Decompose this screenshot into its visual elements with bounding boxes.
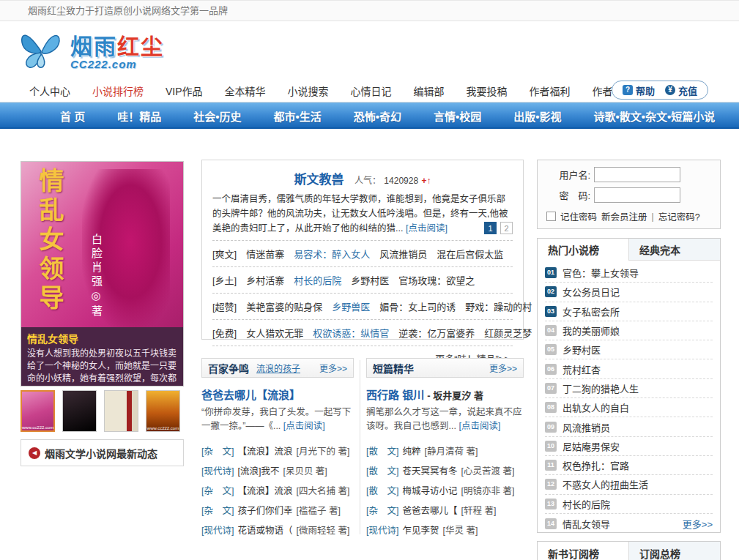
item-title-link[interactable]: 爸爸去哪儿【 bbox=[402, 506, 457, 516]
ranked-novel-link[interactable]: 风流推销员 bbox=[562, 420, 610, 434]
rank-badge: 14 bbox=[545, 518, 557, 529]
secondary-nav-item[interactable]: 小说排行榜 bbox=[92, 83, 144, 98]
tab-new-subscriptions[interactable]: 新书订阅榜 bbox=[538, 542, 628, 560]
novel-link[interactable]: 乡野兽医 bbox=[332, 299, 370, 313]
novel-link[interactable]: 官场玫瑰：欲望之 bbox=[398, 273, 475, 287]
subscription-box: 新书订阅榜 订阅总榜 bbox=[537, 541, 721, 560]
item-title-link[interactable]: 【流浪】流浪 bbox=[237, 447, 292, 457]
remember-checkbox[interactable] bbox=[546, 212, 556, 221]
forum-feature-title[interactable]: 爸爸去哪儿【流浪】 bbox=[201, 387, 354, 402]
item-title-link[interactable]: 孩子们你们幸 bbox=[237, 506, 292, 516]
page-button-1[interactable]: 1 bbox=[484, 222, 497, 234]
ranked-novel-link[interactable]: 尼姑庵男保安 bbox=[562, 439, 620, 453]
novel-link[interactable]: 村长的后院 bbox=[294, 273, 341, 287]
novel-link[interactable]: 权欲诱惑：纵情官 bbox=[313, 326, 389, 340]
table-row: 09风流推销员 bbox=[545, 417, 713, 436]
featured-novel-title[interactable]: 斯文教兽 bbox=[294, 173, 343, 187]
rank-badge: 03 bbox=[545, 306, 557, 317]
featured-novel-panel: 斯文教兽 人气： 1420928 +↑ 一个眉清目秀，儒雅气质的年轻大学教师，谁… bbox=[201, 160, 524, 340]
novel-link[interactable]: 风流推销员 bbox=[379, 247, 427, 261]
main-nav-item[interactable]: 诗歌•散文•杂文•短篇小说 bbox=[594, 108, 716, 124]
novel-link[interactable]: 乡野村医 bbox=[351, 273, 389, 287]
item-title-link[interactable]: [流浪]我不 bbox=[237, 466, 279, 477]
ranked-novel-link[interactable]: 权色挣扎：官路 bbox=[562, 458, 629, 472]
secondary-nav-item[interactable]: 心情日记 bbox=[351, 83, 392, 98]
forum-topic-link[interactable]: 流浪的孩子 bbox=[256, 362, 300, 374]
main-nav-item[interactable]: 出版•影视 bbox=[513, 108, 561, 124]
register-link[interactable]: 新会员注册 bbox=[601, 209, 647, 223]
latest-news-box[interactable]: ◀ 烟雨文学小说网最新动态 bbox=[21, 439, 184, 466]
secondary-nav-item[interactable]: 个人中心 bbox=[29, 83, 70, 98]
page-button-2[interactable]: 2 bbox=[500, 222, 513, 234]
novel-link[interactable]: 逆袭：亿万富婆养 bbox=[398, 326, 475, 340]
novel-link[interactable]: 女人猎欢无罪 bbox=[246, 326, 303, 340]
item-title-link[interactable]: 苍天冥冥有冬 bbox=[402, 466, 457, 477]
ranking-more-link[interactable]: 更多>> bbox=[683, 517, 713, 531]
username-input[interactable] bbox=[594, 167, 680, 182]
ranked-novel-link[interactable]: 村长的后院 bbox=[562, 497, 610, 511]
novel-link[interactable]: 媚骨：女上司的诱 bbox=[379, 299, 456, 313]
cover-caption-title: 情乱女领导 bbox=[27, 331, 177, 346]
novel-link[interactable]: 乡村活寨 bbox=[246, 273, 284, 287]
forgot-password-link[interactable]: 忘记密码? bbox=[658, 209, 700, 223]
secondary-nav-item[interactable]: 编辑部 bbox=[414, 83, 445, 98]
main-nav-item[interactable]: 社会•历史 bbox=[193, 108, 241, 124]
help-button[interactable]: ?帮助 bbox=[623, 83, 655, 97]
item-title-link[interactable]: 纯粹 bbox=[402, 447, 420, 457]
secondary-nav-item[interactable]: 作者福利 bbox=[530, 83, 571, 98]
tab-total-subscriptions[interactable]: 订阅总榜 bbox=[628, 542, 720, 560]
novel-link[interactable]: 混在后宫假太监 bbox=[437, 247, 503, 261]
item-title-link[interactable]: 【流浪】流浪 bbox=[237, 486, 292, 496]
featured-book-cover[interactable]: 情乱女领导 白脸肖强◎著 情乱女领导 没有人想到我的处男初夜以五千块钱卖给了一个… bbox=[21, 161, 184, 387]
item-title-link[interactable]: 乍见李贺 bbox=[402, 526, 439, 536]
main-nav-item[interactable]: 都市•生活 bbox=[273, 108, 321, 124]
main-nav-item[interactable]: 恐怖•奇幻 bbox=[354, 108, 401, 124]
tab-classic-complete[interactable]: 经典完本 bbox=[628, 239, 720, 261]
novel-link[interactable]: 情迷苗寨 bbox=[246, 247, 284, 261]
tab-hot-novels[interactable]: 热门小说榜 bbox=[538, 239, 628, 261]
ranked-novel-link[interactable]: 官色：攀上女领导 bbox=[562, 266, 639, 280]
site-logo[interactable]: 烟雨红尘 CC222.com bbox=[19, 28, 164, 70]
password-input[interactable] bbox=[594, 187, 680, 203]
shorts-feature-title[interactable]: 西行路 银川 - 坂井夏汐 著 bbox=[366, 387, 524, 402]
ranked-novel-link[interactable]: 荒村红杏 bbox=[562, 362, 601, 376]
ranked-novel-link[interactable]: 不惑女人的扭曲生活 bbox=[562, 477, 648, 491]
novel-link[interactable]: 红颜灵芝梦 bbox=[484, 326, 532, 340]
novel-link[interactable]: 野戏：躁动的村 bbox=[465, 299, 532, 313]
featured-description: 一个眉清目秀，儒雅气质的年轻大学教师，谁能想到，他竟是女子俱乐部的头牌牛郎？他的… bbox=[212, 192, 513, 240]
secondary-nav-item[interactable]: 我要投稿 bbox=[467, 83, 508, 98]
recharge-button[interactable]: ¥充值 bbox=[665, 83, 697, 97]
ranked-novel-link[interactable]: 乡野村医 bbox=[562, 343, 601, 356]
shorts-feature-text: 搁笔那么久才写这一章，说起来真不应该呀。我自己也感到... [点击阅读] bbox=[366, 406, 524, 433]
item-title-link[interactable]: 梅城寻访小记 bbox=[402, 486, 457, 496]
read-now-link[interactable]: [点击阅读] bbox=[283, 421, 325, 431]
read-now-link[interactable]: [点击阅读] bbox=[406, 223, 448, 234]
main-nav-item[interactable]: 哇！精品 bbox=[117, 108, 161, 124]
ranked-novel-link[interactable]: 出轨女人的自白 bbox=[562, 400, 629, 414]
main-nav-item[interactable]: 言情•校园 bbox=[434, 108, 481, 124]
ranked-novel-link[interactable]: 我的美丽师娘 bbox=[562, 324, 620, 337]
item-title-link[interactable]: 花语或物语（ bbox=[237, 526, 292, 536]
ranked-novel-link[interactable]: 丁二狗的猎艳人生 bbox=[562, 381, 639, 395]
thumbnail-2[interactable] bbox=[62, 390, 97, 432]
forum-panel: 百家争鸣 流浪的孩子 更多>> 爸爸去哪儿【流浪】 “你拼命发芽，我白了头发。一… bbox=[201, 358, 354, 540]
main-nav-item[interactable]: 首 页 bbox=[60, 108, 85, 124]
secondary-nav-item[interactable]: 小说搜索 bbox=[288, 83, 329, 98]
novel-link[interactable]: 美艳富婆的贴身保 bbox=[246, 299, 322, 313]
thumbnail-4[interactable]: www.cc222.com bbox=[146, 390, 180, 432]
novel-link[interactable]: 易容术：醉入女人 bbox=[294, 247, 370, 261]
ranked-novel-link[interactable]: 女公务员日记 bbox=[562, 285, 620, 299]
main-nav-items: 首 页哇！精品社会•历史都市•生活恐怖•奇幻言情•校园出版•影视诗歌•散文•杂文… bbox=[60, 102, 715, 129]
forum-more-link[interactable]: 更多>> bbox=[319, 362, 347, 374]
ranked-novel-link[interactable]: 情乱女领导 bbox=[562, 517, 610, 531]
list-item: [散 文]苍天冥冥有冬[心灵苦渡 著] bbox=[366, 460, 524, 480]
item-author: [静月清荷 著] bbox=[424, 447, 478, 457]
shorts-more-link[interactable]: 更多>> bbox=[489, 362, 517, 374]
read-now-link[interactable]: [点击阅读] bbox=[458, 421, 500, 431]
thumbnail-1[interactable]: www.cc222.com bbox=[21, 390, 55, 432]
thumbnail-3[interactable] bbox=[104, 390, 138, 432]
ranked-novel-link[interactable]: 女子私密会所 bbox=[562, 305, 620, 318]
secondary-nav-item[interactable]: VIP作品 bbox=[166, 83, 203, 98]
thumbnail-watermark: www.cc222.com bbox=[22, 425, 53, 430]
secondary-nav-item[interactable]: 全本精华 bbox=[225, 83, 266, 98]
